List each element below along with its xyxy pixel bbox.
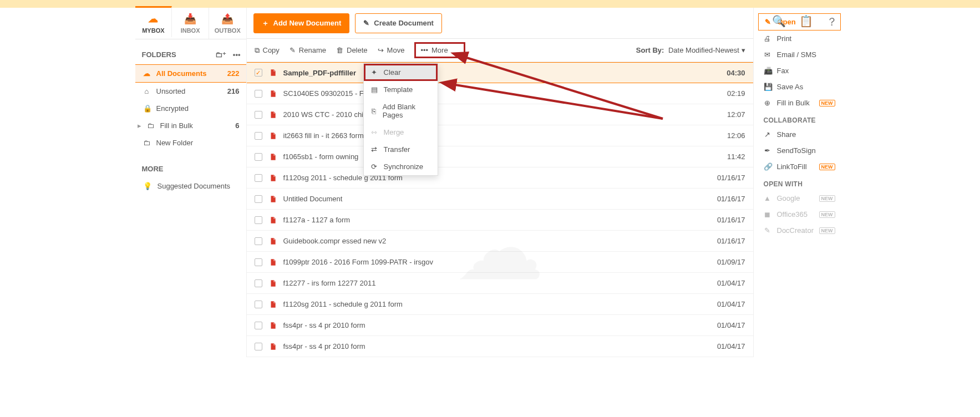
more-button[interactable]: •••More [414, 42, 465, 58]
clipboard-icon[interactable]: 📋 [799, 14, 813, 29]
pdf-icon [269, 300, 277, 309]
file-row[interactable]: f1065sb1 - form owning11:42 [247, 146, 753, 167]
file-name: fss4pr - ss 4 pr 2010 form [283, 321, 710, 329]
checkbox[interactable] [255, 90, 262, 98]
file-name: Sample_PDF-pdffiller [283, 69, 720, 77]
lock-icon: 🔒 [143, 104, 151, 113]
tab-inbox[interactable]: 📥 INBOX [172, 8, 209, 39]
file-row[interactable]: f1127a - 1127 a form01/16/17 [247, 210, 753, 231]
file-row[interactable]: f12277 - irs form 12277 201101/04/17 [247, 273, 753, 294]
file-row[interactable]: SC1040ES 09302015 - FORM02:19 [247, 83, 753, 104]
tab-mybox[interactable]: ☁ MYBOX [135, 6, 172, 37]
help-icon[interactable]: ？ [826, 14, 837, 29]
folder-fill-in-bulk[interactable]: ▸🗀Fill in Bulk 6 [135, 117, 246, 134]
dropdown-clear[interactable]: ✦Clear [364, 64, 438, 81]
create-document-button[interactable]: ✎ Create Document [355, 13, 442, 33]
save-as-button[interactable]: 💾Save As [758, 79, 841, 95]
file-name: f1099ptr 2016 - 2016 Form 1099-PATR - ir… [283, 258, 710, 266]
file-row[interactable]: it2663 fill in - it 2663 form 20112:06 [247, 125, 753, 146]
folder-new-folder[interactable]: 🗀New Folder [135, 134, 246, 151]
file-name: 2010 WS CTC - 2010 child tax [283, 110, 720, 119]
file-time: 01/16/17 [717, 237, 745, 245]
checkbox[interactable] [255, 195, 262, 203]
link-icon: 🔗 [764, 162, 771, 171]
folder-options-icon[interactable]: ••• [233, 50, 241, 59]
print-icon: 🖨 [764, 34, 771, 43]
checkbox[interactable] [255, 111, 262, 119]
file-time: 01/16/17 [717, 195, 745, 203]
more-dots-icon: ••• [420, 46, 428, 54]
add-page-icon: ⎘ [370, 107, 377, 115]
file-row[interactable]: Untitled Document01/16/17 [247, 189, 753, 210]
file-name: Untitled Document [283, 195, 710, 203]
checkbox[interactable] [255, 279, 262, 287]
pdf-icon [269, 237, 277, 246]
checkbox[interactable] [255, 322, 262, 329]
add-folder-icon[interactable]: 🗀⁺ [215, 50, 226, 59]
folder-unsorted[interactable]: ⌂Unsorted 216 [135, 83, 246, 100]
folders-heading: FOLDERS [142, 50, 176, 59]
checkbox[interactable] [255, 174, 262, 182]
file-row[interactable]: 2010 WS CTC - 2010 child tax12:07 [247, 104, 753, 125]
fill-in-bulk-button[interactable]: ⊕Fill in BulkNEW [758, 95, 841, 111]
file-time: 01/09/17 [717, 258, 745, 266]
checkbox[interactable] [255, 216, 262, 224]
folder-encrypted[interactable]: 🔒Encrypted [135, 100, 246, 117]
suggested-documents[interactable]: 💡 Suggested Documents [135, 177, 246, 195]
folder-icon: 🗀 [143, 139, 151, 147]
file-row[interactable]: fss4pr - ss 4 pr 2010 form01/04/17 [247, 315, 753, 336]
folder-all-documents[interactable]: ☁All Documents 222 [135, 64, 246, 83]
checkbox[interactable] [255, 343, 262, 350]
doccreator-icon: ✎ [764, 226, 771, 235]
open-doccreator-button[interactable]: ✎DocCreatorNEW [758, 222, 841, 238]
share-button[interactable]: ↗Share [758, 126, 841, 143]
dropdown-template[interactable]: ▤Template [364, 81, 438, 98]
dropdown-transfer[interactable]: ⇄Transfer [364, 141, 438, 158]
dropdown-add-blank-pages[interactable]: ⎘Add Blank Pages [364, 98, 438, 124]
chevron-right-icon: ▸ [138, 121, 141, 130]
checkbox[interactable] [255, 237, 262, 245]
email-button[interactable]: ✉Email / SMS [758, 47, 841, 63]
checkbox[interactable] [255, 132, 262, 140]
file-time: 01/04/17 [717, 279, 745, 287]
rename-button[interactable]: ✎Rename [290, 46, 326, 54]
open-office365-button[interactable]: ◼Office365NEW [758, 206, 841, 222]
sort-by-dropdown[interactable]: Sort By: Date Modified-Newest ▾ [636, 46, 745, 54]
tab-outbox[interactable]: 📤 OUTBOX [209, 8, 246, 39]
add-new-document-button[interactable]: ＋ Add New Document [253, 13, 350, 33]
delete-button[interactable]: 🗑Delete [336, 46, 368, 54]
print-button[interactable]: 🖨Print [758, 30, 841, 47]
file-time: 01/16/17 [717, 174, 745, 182]
move-button[interactable]: ↪Move [378, 46, 405, 54]
file-time: 02:19 [727, 89, 745, 98]
copy-button[interactable]: ⧉Copy [255, 46, 280, 55]
open-google-button[interactable]: ▲GoogleNEW [758, 190, 841, 206]
file-row[interactable]: ✓Sample_PDF-pdffiller04:30 [247, 62, 753, 83]
office-icon: ◼ [764, 210, 771, 218]
pdf-icon [269, 258, 277, 267]
file-row[interactable]: Guidebook.compr essed new v201/16/17 [247, 231, 753, 252]
save-icon: 💾 [764, 83, 771, 91]
file-name: f1127a - 1127 a form [283, 216, 710, 224]
folder-count: 216 [227, 87, 240, 95]
linktofill-button[interactable]: 🔗LinkToFillNEW [758, 159, 841, 175]
file-row[interactable]: f1120sg 2011 - schedule g 2011 form01/16… [247, 167, 753, 189]
file-row[interactable]: f1099ptr 2016 - 2016 Form 1099-PATR - ir… [247, 252, 753, 273]
sendtosign-label: SendToSign [777, 146, 816, 155]
checkbox[interactable]: ✓ [255, 69, 262, 77]
file-name: SC1040ES 09302015 - FORM [283, 89, 720, 98]
search-icon[interactable]: 🔍 [772, 14, 786, 29]
openwith-heading: OPEN WITH [758, 175, 841, 190]
checkbox[interactable] [255, 153, 262, 161]
pdf-icon [269, 131, 277, 140]
move-icon: ↪ [378, 46, 384, 54]
file-row[interactable]: f1120sg 2011 - schedule g 2011 form01/04… [247, 294, 753, 315]
fax-button[interactable]: 📠Fax [758, 63, 841, 79]
sendtosign-button[interactable]: ✒SendToSign [758, 143, 841, 159]
pdf-icon [269, 68, 277, 77]
checkbox[interactable] [255, 301, 262, 308]
dd-label: Add Blank Pages [383, 103, 431, 119]
dropdown-synchronize[interactable]: ⟳Synchronize [364, 158, 438, 175]
checkbox[interactable] [255, 258, 262, 266]
file-row[interactable]: fss4pr - ss 4 pr 2010 form01/04/17 [247, 336, 753, 357]
